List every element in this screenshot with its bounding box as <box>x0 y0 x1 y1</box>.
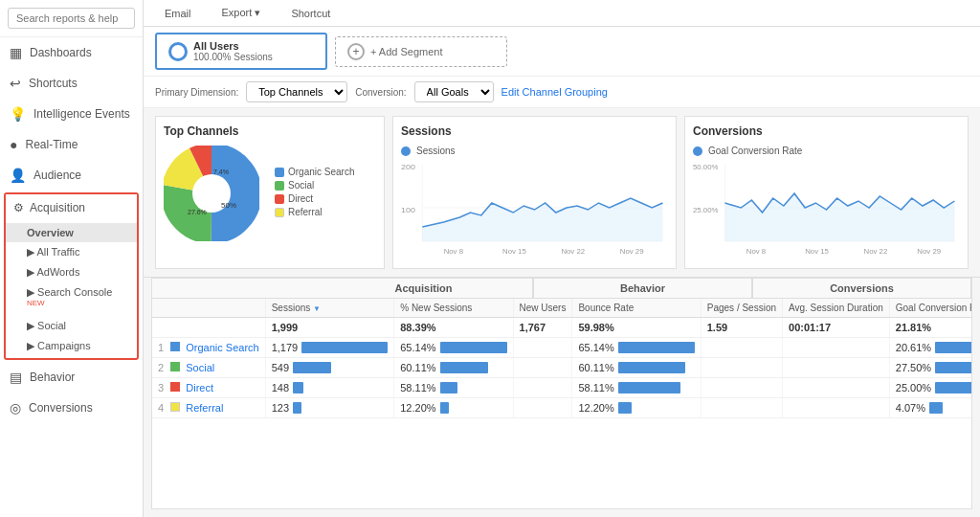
svg-text:27.6%: 27.6% <box>188 209 207 215</box>
sidebar-item-behavior[interactable]: ▤ Behavior <box>0 362 143 393</box>
behavior-icon: ▤ <box>10 370 22 385</box>
conversions-chart-svg: 50.00% 25.00% Nov 8 Nov 15 Nov 22 Nov 29 <box>693 160 960 256</box>
svg-text:Nov 8: Nov 8 <box>746 247 766 255</box>
organic-search-link[interactable]: Organic Search <box>186 342 258 353</box>
sidebar-item-label: Shortcuts <box>29 77 78 90</box>
conversions-chart-title: Conversions <box>693 124 960 138</box>
svg-text:Nov 29: Nov 29 <box>620 247 644 255</box>
all-users-segment: All Users 100.00% Sessions <box>155 33 327 70</box>
total-new-users: 1,767 <box>513 318 572 338</box>
social-link[interactable]: Social <box>186 362 214 373</box>
sidebar-item-label: Behavior <box>30 371 75 384</box>
sidebar-item-social[interactable]: ▶ Social <box>6 316 137 336</box>
total-avg-session: 00:01:17 <box>783 318 890 338</box>
avg-session-header[interactable]: Avg. Session Duration <box>783 299 890 318</box>
sidebar-item-overview[interactable]: Overview <box>6 223 137 242</box>
svg-text:Nov 8: Nov 8 <box>444 247 463 255</box>
shortcuts-icon: ↩ <box>10 76 21 91</box>
direct-link[interactable]: Direct <box>186 382 213 393</box>
sessions-header[interactable]: Sessions ▼ <box>265 299 394 318</box>
svg-text:50.00%: 50.00% <box>693 163 719 170</box>
total-goal-conv: 21.81% <box>889 318 972 338</box>
svg-text:Nov 22: Nov 22 <box>864 247 888 255</box>
legend-item-referral: Referral <box>275 207 354 217</box>
legend-item-organic: Organic Search <box>275 167 354 177</box>
sidebar-item-acquisition[interactable]: ⚙ Acquisition <box>6 194 137 221</box>
sidebar-item-alltraffic[interactable]: ▶ All Traffic <box>6 242 137 262</box>
add-segment-button[interactable]: + + Add Segment <box>335 36 507 67</box>
pie-chart-container: 50% 27.6% 7.4% Organic Search Social <box>164 146 376 241</box>
acquisition-sub-items: Overview ▶ All Traffic ▶ AdWords ▶ Searc… <box>6 221 137 358</box>
pages-session-header[interactable]: Pages / Session <box>701 299 782 318</box>
conversions-icon: ◎ <box>10 400 21 416</box>
sessions-chart-card: Sessions Sessions 200 100 Nov 8 Nov 15 N… <box>392 116 677 269</box>
sidebar-item-shortcuts[interactable]: ↩ Shortcuts <box>0 68 143 99</box>
main-content: Email Export ▾ Shortcut All Users 100.00… <box>144 0 980 517</box>
sidebar-item-realtime[interactable]: ● Real-Time <box>0 129 143 160</box>
email-button[interactable]: Email <box>155 5 201 22</box>
conversion-label: Conversion: <box>355 87 406 98</box>
intelligence-icon: 💡 <box>10 106 26 122</box>
sidebar-item-conversions[interactable]: ◎ Conversions <box>0 393 143 423</box>
sidebar-item-searchconsole[interactable]: ▶ Search Console NEW <box>6 282 137 316</box>
svg-text:50%: 50% <box>221 201 236 210</box>
svg-text:200: 200 <box>401 162 415 170</box>
export-button[interactable]: Export ▾ <box>212 4 271 22</box>
svg-text:7.4%: 7.4% <box>213 169 229 175</box>
dashboards-icon: ▦ <box>10 45 22 60</box>
svg-text:Nov 15: Nov 15 <box>805 247 829 255</box>
table-row: 4 Referral 123 12.20% 12.20% 4.07% <box>152 398 972 418</box>
sidebar-item-audience[interactable]: 👤 Audience <box>0 160 143 191</box>
goal-conv-rate-header[interactable]: Goal Conversion Rate <box>889 299 972 318</box>
sidebar-item-campaigns[interactable]: ▶ Campaigns <box>6 336 137 356</box>
svg-text:Nov 22: Nov 22 <box>561 247 585 255</box>
conversions-legend-dot <box>693 146 702 156</box>
search-input[interactable] <box>8 8 135 29</box>
conversions-group-header: Conversions <box>752 279 971 298</box>
segment-circle <box>168 42 188 61</box>
table-row: 3 Direct 148 58.11% 58.11% 25.00% <box>152 378 972 398</box>
conversion-select[interactable]: All Goals <box>414 81 494 102</box>
sessions-chart-title: Sessions <box>401 124 668 138</box>
sidebar: ▦ Dashboards ↩ Shortcuts 💡 Intelligence … <box>0 0 144 517</box>
add-circle-icon: + <box>347 43 365 60</box>
sessions-chart-svg: 200 100 Nov 8 Nov 15 Nov 22 Nov 29 <box>401 160 668 256</box>
acquisition-section: ⚙ Acquisition Overview ▶ All Traffic ▶ A… <box>4 192 139 360</box>
dimension-bar: Primary Dimension: Top Channels Conversi… <box>144 77 980 108</box>
pie-chart-title: Top Channels <box>164 124 376 138</box>
pie-chart-svg: 50% 27.6% 7.4% <box>164 146 259 241</box>
main-data-table: Sessions ▼ % New Sessions New Users Boun… <box>152 299 972 418</box>
bounce-rate-header[interactable]: Bounce Rate <box>572 299 701 318</box>
charts-section: Top Channels 50% 27.6% 7.4% <box>144 108 980 278</box>
sidebar-item-label: Conversions <box>29 401 93 415</box>
primary-dimension-select[interactable]: Top Channels <box>246 81 347 102</box>
total-row: 1,999 88.39% 1,767 59.98% 1.59 00:01:17 … <box>152 318 972 338</box>
sidebar-item-intelligence[interactable]: 💡 Intelligence Events <box>0 99 143 129</box>
total-new-sessions: 88.39% <box>394 318 513 338</box>
sidebar-item-label: Real-Time <box>25 138 78 151</box>
edit-channel-grouping-link[interactable]: Edit Channel Grouping <box>501 86 608 98</box>
primary-dim-label: Primary Dimension: <box>155 87 238 98</box>
top-bar: Email Export ▾ Shortcut <box>144 0 980 27</box>
total-sessions: 1,999 <box>265 318 394 338</box>
shortcut-button[interactable]: Shortcut <box>281 5 340 22</box>
legend-item-social: Social <box>275 180 354 191</box>
audience-icon: 👤 <box>10 168 26 183</box>
table-header-row: Sessions ▼ % New Sessions New Users Boun… <box>152 299 972 318</box>
new-sessions-header[interactable]: % New Sessions <box>394 299 513 318</box>
channel-header[interactable] <box>152 299 265 318</box>
acquisition-label: Acquisition <box>30 201 85 214</box>
acquisition-icon: ⚙ <box>13 201 24 214</box>
sidebar-item-adwords[interactable]: ▶ AdWords <box>6 262 137 282</box>
referral-link[interactable]: Referral <box>186 402 223 414</box>
realtime-icon: ● <box>10 137 17 152</box>
sidebar-item-dashboards[interactable]: ▦ Dashboards <box>0 37 143 68</box>
new-users-header[interactable]: New Users <box>513 299 572 318</box>
segment-sublabel: 100.00% Sessions <box>193 52 273 62</box>
sidebar-item-label: Dashboards <box>30 46 92 59</box>
conversions-chart-card: Conversions Goal Conversion Rate 50.00% … <box>684 116 969 269</box>
sessions-bar <box>301 342 388 353</box>
svg-text:Nov 29: Nov 29 <box>917 247 941 255</box>
sidebar-item-label: Audience <box>33 169 81 182</box>
total-bounce-rate: 59.98% <box>572 318 701 338</box>
